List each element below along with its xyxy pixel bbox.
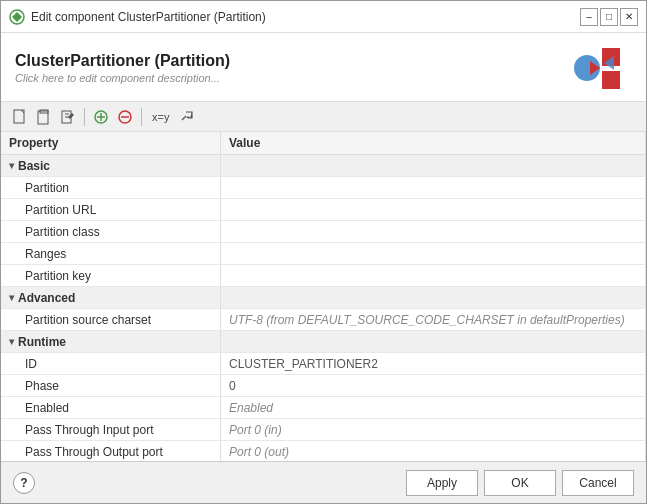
value-column-header: Value [221, 132, 646, 154]
group-advanced-value [221, 287, 646, 308]
row-partition-source-charset[interactable]: Partition source charset UTF-8 (from DEF… [1, 309, 646, 331]
value-pass-through-output: Port 0 (out) [221, 441, 646, 461]
property-table: Property Value ▾ Basic Partition Partiti… [1, 132, 646, 461]
group-runtime-value [221, 331, 646, 352]
content-area: Property Value ▾ Basic Partition Partiti… [1, 132, 646, 461]
remove-button[interactable] [114, 106, 136, 128]
svg-rect-4 [602, 71, 620, 89]
footer-buttons: Apply OK Cancel [406, 470, 634, 496]
add-button[interactable] [90, 106, 112, 128]
svg-marker-1 [12, 12, 22, 22]
property-phase: Phase [1, 375, 221, 396]
value-partition-class [221, 221, 646, 242]
property-enabled: Enabled [1, 397, 221, 418]
property-partition-class: Partition class [1, 221, 221, 242]
footer: ? Apply OK Cancel [1, 461, 646, 503]
group-runtime-toggle[interactable]: ▾ Runtime [1, 331, 221, 352]
toolbar-separator-2 [141, 108, 142, 126]
property-partition: Partition [1, 177, 221, 198]
row-partition-class[interactable]: Partition class [1, 221, 646, 243]
row-partition[interactable]: Partition [1, 177, 646, 199]
group-advanced-toggle[interactable]: ▾ Advanced [1, 287, 221, 308]
property-pass-through-input: Pass Through Input port [1, 419, 221, 440]
title-text: Edit component ClusterPartitioner (Parti… [31, 10, 266, 24]
property-ranges: Ranges [1, 243, 221, 264]
svg-marker-18 [186, 112, 192, 118]
app-icon [9, 9, 25, 25]
row-enabled[interactable]: Enabled Enabled [1, 397, 646, 419]
row-partition-url[interactable]: Partition URL [1, 199, 646, 221]
help-icon: ? [20, 476, 27, 490]
value-id: CLUSTER_PARTITIONER2 [221, 353, 646, 374]
header-text: ClusterPartitioner (Partition) Click her… [15, 52, 230, 84]
apply-button[interactable]: Apply [406, 470, 478, 496]
value-phase: 0 [221, 375, 646, 396]
value-pass-through-input: Port 0 (in) [221, 419, 646, 440]
component-subtitle[interactable]: Click here to edit component description… [15, 72, 230, 84]
property-partition-source-charset: Partition source charset [1, 309, 221, 330]
header-section: ClusterPartitioner (Partition) Click her… [1, 33, 646, 102]
edit-document-button[interactable] [57, 106, 79, 128]
property-partition-key: Partition key [1, 265, 221, 286]
minimize-button[interactable]: – [580, 8, 598, 26]
property-column-header: Property [1, 132, 221, 154]
footer-left: ? [13, 472, 35, 494]
property-pass-through-output: Pass Through Output port [1, 441, 221, 461]
table-header: Property Value [1, 132, 646, 155]
group-basic-value [221, 155, 646, 176]
value-ranges [221, 243, 646, 264]
reference-button[interactable] [176, 106, 198, 128]
row-pass-through-output[interactable]: Pass Through Output port Port 0 (out) [1, 441, 646, 461]
title-bar-left: Edit component ClusterPartitioner (Parti… [9, 9, 266, 25]
ok-button[interactable]: OK [484, 470, 556, 496]
property-id: ID [1, 353, 221, 374]
group-header-basic[interactable]: ▾ Basic [1, 155, 646, 177]
row-phase[interactable]: Phase 0 [1, 375, 646, 397]
group-header-runtime[interactable]: ▾ Runtime [1, 331, 646, 353]
close-button[interactable]: ✕ [620, 8, 638, 26]
row-partition-key[interactable]: Partition key [1, 265, 646, 287]
value-partition [221, 177, 646, 198]
value-partition-url [221, 199, 646, 220]
open-document-button[interactable] [33, 106, 55, 128]
title-bar-controls: – □ ✕ [580, 8, 638, 26]
formula-label: x=y [152, 111, 169, 123]
help-button[interactable]: ? [13, 472, 35, 494]
basic-chevron-icon: ▾ [9, 160, 14, 171]
value-enabled: Enabled [221, 397, 646, 418]
group-header-advanced[interactable]: ▾ Advanced [1, 287, 646, 309]
logo-container [572, 43, 632, 93]
value-partition-key [221, 265, 646, 286]
group-advanced-label: Advanced [18, 291, 75, 305]
cancel-button[interactable]: Cancel [562, 470, 634, 496]
component-logo [572, 43, 632, 93]
new-document-button[interactable] [9, 106, 31, 128]
group-basic-toggle[interactable]: ▾ Basic [1, 155, 221, 176]
property-partition-url: Partition URL [1, 199, 221, 220]
toolbar-separator-1 [84, 108, 85, 126]
row-id[interactable]: ID CLUSTER_PARTITIONER2 [1, 353, 646, 375]
row-ranges[interactable]: Ranges [1, 243, 646, 265]
group-runtime-label: Runtime [18, 335, 66, 349]
maximize-button[interactable]: □ [600, 8, 618, 26]
advanced-chevron-icon: ▾ [9, 292, 14, 303]
value-partition-source-charset: UTF-8 (from DEFAULT_SOURCE_CODE_CHARSET … [221, 309, 646, 330]
title-bar: Edit component ClusterPartitioner (Parti… [1, 1, 646, 33]
toolbar: x=y [1, 102, 646, 132]
group-basic-label: Basic [18, 159, 50, 173]
formula-button[interactable]: x=y [147, 106, 174, 128]
runtime-chevron-icon: ▾ [9, 336, 14, 347]
row-pass-through-input[interactable]: Pass Through Input port Port 0 (in) [1, 419, 646, 441]
main-window: Edit component ClusterPartitioner (Parti… [0, 0, 647, 504]
component-title: ClusterPartitioner (Partition) [15, 52, 230, 70]
